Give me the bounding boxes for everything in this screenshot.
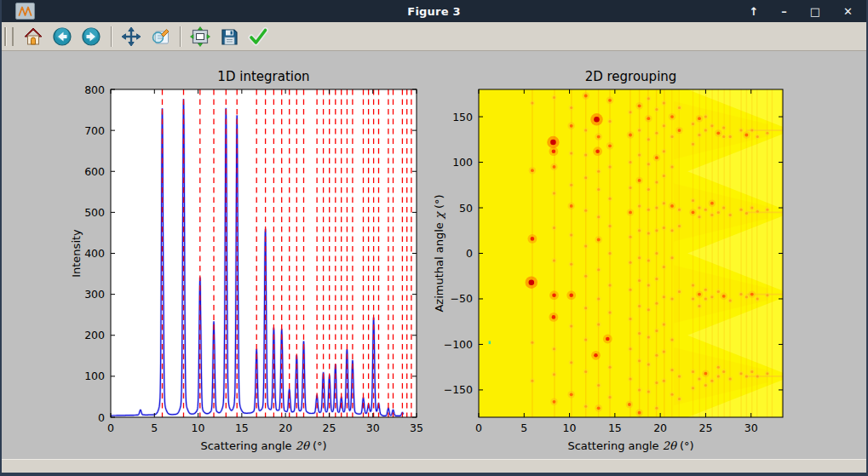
diffraction-spot [671, 256, 674, 259]
figure-window: Figure 3 ↑ – □ ✕ [0, 0, 868, 476]
home-button[interactable] [20, 25, 46, 49]
diffraction-spot [678, 225, 681, 227]
diffraction-spot [638, 359, 641, 362]
diffraction-spot [717, 366, 720, 369]
x-tick-label: 20 [279, 422, 292, 434]
diffraction-spot [663, 351, 665, 353]
diffraction-spot [740, 372, 743, 375]
diffraction-spot [609, 252, 612, 255]
x-tick-label: 5 [151, 422, 158, 434]
x-tick-label: 0 [107, 422, 114, 434]
checkmark-icon [248, 26, 268, 47]
back-button[interactable] [49, 25, 75, 49]
diffraction-spot [629, 261, 632, 264]
forward-button[interactable] [78, 25, 104, 49]
diffraction-spot [698, 293, 701, 296]
y-tick-label: −100 [444, 338, 473, 351]
diffraction-spot [638, 332, 641, 335]
x-tick-label: 35 [410, 422, 423, 434]
diffraction-spot [609, 396, 612, 399]
close-button[interactable]: ✕ [843, 6, 853, 17]
configure-subplots-button[interactable] [187, 25, 213, 49]
minimize-button[interactable]: – [781, 6, 787, 17]
diffraction-spot [671, 369, 674, 371]
diffraction-spot [692, 143, 694, 146]
diffraction-spot [606, 337, 610, 341]
diffraction-spot [609, 225, 612, 227]
diffraction-spot [570, 325, 572, 328]
customize-button[interactable] [245, 25, 271, 49]
diffraction-spot [594, 117, 600, 123]
x-tick-label: 15 [235, 422, 249, 434]
diffraction-spot [570, 152, 572, 154]
diffraction-spot [647, 163, 650, 165]
diffraction-spot [655, 407, 658, 410]
diffraction-spot [609, 284, 612, 286]
diffraction-spot [570, 106, 572, 109]
diffraction-spot [570, 184, 572, 186]
diffraction-spot [638, 179, 641, 182]
diffraction-spot [609, 312, 612, 314]
diffraction-spot [729, 135, 732, 138]
pan-button[interactable] [118, 25, 144, 49]
diffraction-spot [704, 289, 707, 291]
diffraction-spot [570, 263, 572, 266]
diffraction-spot [750, 129, 753, 132]
plot-title-1d: 1D integration [217, 69, 309, 84]
diffraction-spot [745, 295, 748, 298]
diffraction-spot [584, 129, 587, 132]
diffraction-spot [584, 405, 587, 408]
diffraction-spot [671, 135, 674, 138]
diffraction-spot [638, 229, 641, 232]
figure-canvas-area: 0510152025303501002003004005006007008001… [2, 51, 866, 459]
back-arrow-icon [52, 26, 72, 47]
diffraction-spot [597, 170, 600, 173]
x-tick-label: 15 [608, 422, 622, 434]
diffraction-spot [745, 212, 748, 215]
forward-arrow-icon [81, 26, 101, 47]
diffraction-spot [722, 295, 726, 298]
diffraction-spot [609, 165, 612, 168]
diffraction-spot [722, 207, 725, 209]
diffraction-spot [647, 232, 650, 235]
diffraction-spot [570, 124, 573, 128]
diffraction-spot [704, 209, 707, 211]
shade-button[interactable]: ↑ [749, 6, 758, 17]
diffraction-spot [663, 295, 665, 298]
zoom-rect-icon [150, 26, 170, 47]
y-axis-label-2d: Azimuthal angle χ (°) [433, 194, 445, 312]
diffraction-spot [692, 298, 694, 301]
diffraction-spot [584, 176, 587, 179]
diffraction-spot [655, 181, 658, 184]
diffraction-spot [704, 129, 707, 132]
diffraction-spot [597, 406, 601, 410]
diffraction-spot [655, 330, 658, 332]
save-button[interactable] [216, 25, 242, 49]
y-tick-label: 0 [98, 411, 105, 424]
diffraction-spot [638, 104, 641, 107]
maximize-button[interactable]: □ [810, 6, 820, 17]
diffraction-spot [597, 298, 600, 301]
diffraction-spot [553, 260, 555, 262]
diffraction-spot [608, 99, 612, 102]
x-tick-label: 0 [475, 422, 482, 434]
diffraction-spot [647, 260, 650, 262]
diffraction-spot [729, 214, 732, 216]
diffraction-spot [553, 192, 555, 194]
save-floppy-icon [219, 26, 239, 47]
diffraction-spot [717, 290, 720, 293]
diffraction-spot [550, 140, 556, 146]
zoom-to-rect-button[interactable] [147, 25, 173, 49]
toolbar-drag-handle[interactable] [4, 27, 14, 46]
diffraction-spot [678, 106, 681, 109]
diffraction-spot [609, 120, 612, 123]
diffraction-spot [531, 380, 533, 382]
diffraction-spot [663, 266, 665, 268]
diffraction-spot [597, 188, 600, 191]
titlebar[interactable]: Figure 3 ↑ – □ ✕ [2, 0, 866, 22]
matplotlib-figure[interactable]: 0510152025303501002003004005006007008001… [2, 51, 866, 459]
diffraction-spot [663, 227, 665, 229]
x-tick-label: 25 [322, 422, 336, 434]
diffraction-spot [655, 278, 658, 280]
diffraction-spot [584, 370, 587, 373]
